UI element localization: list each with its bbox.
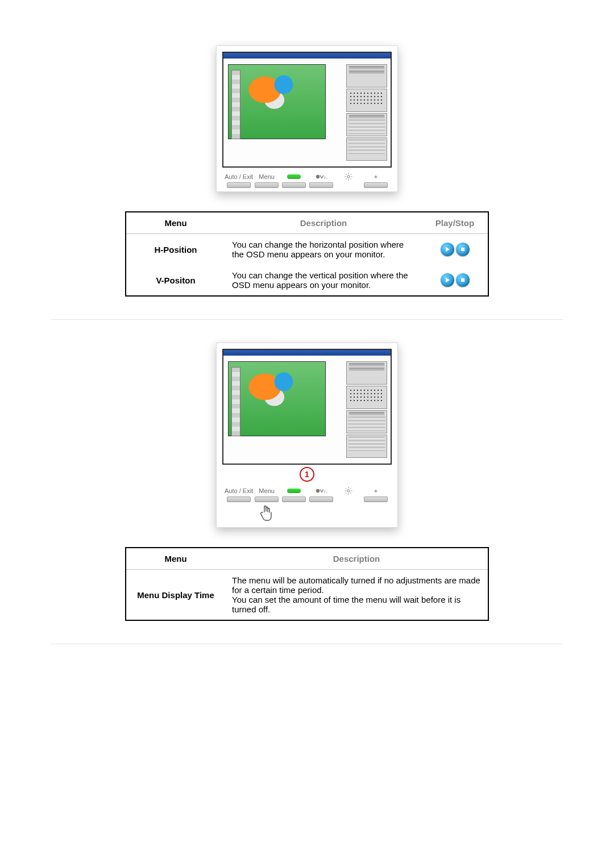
table-row: H-Position You can change the horizontal… bbox=[126, 234, 488, 265]
bezel-button-mode[interactable] bbox=[309, 182, 333, 188]
position-table: Menu Description Play/Stop H-Position Yo… bbox=[125, 211, 489, 297]
monitor-figure-display-time: 1 Auto / Exit Menu bbox=[216, 343, 398, 528]
bezel-label-menu: Menu bbox=[259, 487, 275, 494]
monitor-bezel-buttons: Auto / Exit Menu bbox=[222, 173, 392, 188]
screen-panels bbox=[346, 64, 387, 161]
stop-button[interactable] bbox=[456, 273, 470, 287]
monitor-screen bbox=[222, 52, 392, 168]
section-divider bbox=[51, 644, 563, 644]
play-button[interactable] bbox=[441, 273, 454, 287]
bezel-button-menu[interactable] bbox=[255, 182, 279, 188]
svg-marker-11 bbox=[446, 247, 450, 252]
bezel-minus-icon bbox=[287, 487, 301, 494]
bezel-mode-icon: /— bbox=[315, 487, 327, 494]
play-stop-controls bbox=[441, 273, 470, 287]
row-menu-label: V-Positon bbox=[126, 265, 225, 296]
section-divider bbox=[51, 319, 563, 320]
bezel-minus-icon bbox=[287, 173, 301, 180]
bezel-brightness-icon bbox=[345, 173, 352, 180]
svg-line-9 bbox=[346, 178, 346, 179]
table-header-description: Description bbox=[225, 548, 488, 570]
svg-rect-12 bbox=[461, 248, 464, 251]
monitor-figure-position: Auto / Exit Menu bbox=[216, 45, 398, 192]
svg-text:/—: /— bbox=[324, 175, 327, 180]
display-time-table: Menu Description Menu Display Time The m… bbox=[125, 547, 489, 621]
screen-canvas bbox=[228, 361, 326, 436]
hand-pointer-icon bbox=[256, 503, 277, 524]
screen-toolbox bbox=[231, 70, 240, 139]
bezel-plus-icon: + bbox=[374, 487, 377, 494]
bezel-label-auto-exit: Auto / Exit bbox=[225, 173, 253, 180]
svg-point-15 bbox=[316, 489, 320, 493]
svg-line-24 bbox=[346, 493, 346, 493]
screen-canvas bbox=[228, 64, 326, 139]
row-menu-label: Menu Display Time bbox=[126, 570, 225, 621]
row-description: The menu will be automatically turned if… bbox=[225, 570, 488, 621]
bezel-button-mode[interactable] bbox=[309, 496, 333, 502]
svg-line-10 bbox=[350, 174, 351, 174]
svg-text:/—: /— bbox=[324, 489, 327, 494]
bezel-mode-icon: /— bbox=[315, 173, 327, 180]
bezel-button-menu[interactable] bbox=[255, 496, 279, 502]
bezel-button-auto-exit[interactable] bbox=[227, 182, 251, 188]
svg-point-17 bbox=[347, 490, 350, 492]
svg-marker-13 bbox=[446, 278, 450, 282]
monitor-bezel-buttons: Auto / Exit Menu bbox=[222, 487, 392, 524]
monitor-screen bbox=[222, 349, 392, 465]
bezel-label-menu: Menu bbox=[259, 173, 275, 180]
bezel-brightness-icon bbox=[345, 487, 352, 494]
table-header-menu: Menu bbox=[126, 212, 225, 234]
table-header-playstop: Play/Stop bbox=[422, 212, 488, 234]
bezel-button-auto-exit[interactable] bbox=[227, 496, 251, 502]
svg-line-8 bbox=[350, 178, 351, 179]
table-header-description: Description bbox=[225, 212, 422, 234]
svg-rect-14 bbox=[461, 278, 464, 282]
row-menu-label: H-Position bbox=[126, 234, 225, 265]
table-row: V-Positon You can change the vertical po… bbox=[126, 265, 488, 296]
bezel-button-plus[interactable] bbox=[364, 182, 388, 188]
table-row: Menu Display Time The menu will be autom… bbox=[126, 570, 488, 621]
svg-line-23 bbox=[350, 493, 351, 493]
screen-panels bbox=[346, 361, 387, 458]
bezel-button-minus[interactable] bbox=[282, 496, 306, 502]
svg-point-0 bbox=[316, 175, 320, 178]
play-stop-controls bbox=[441, 243, 470, 256]
row-description: You can change the vertical position whe… bbox=[225, 265, 422, 296]
play-button[interactable] bbox=[441, 243, 454, 256]
bezel-button-plus[interactable] bbox=[364, 496, 388, 502]
callout-badge-1: 1 bbox=[300, 467, 314, 482]
bezel-label-auto-exit: Auto / Exit bbox=[225, 487, 253, 494]
row-description: You can change the horizontal position w… bbox=[225, 234, 422, 265]
svg-line-7 bbox=[346, 174, 346, 174]
screen-toolbox bbox=[231, 367, 240, 436]
stop-button[interactable] bbox=[456, 243, 470, 256]
bezel-button-minus[interactable] bbox=[282, 182, 306, 188]
svg-line-22 bbox=[346, 488, 346, 489]
bezel-plus-icon: + bbox=[374, 173, 377, 180]
svg-point-2 bbox=[347, 176, 350, 178]
svg-line-25 bbox=[350, 488, 351, 489]
table-header-menu: Menu bbox=[126, 548, 225, 570]
